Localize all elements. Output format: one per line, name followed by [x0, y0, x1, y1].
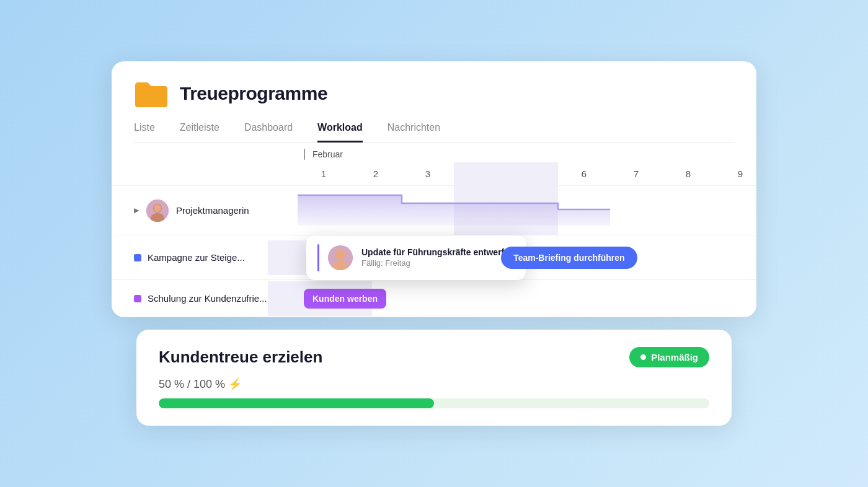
highlight-col [454, 162, 558, 185]
expand-arrow[interactable]: ▶ [134, 206, 139, 214]
day-2: 2 [350, 162, 402, 185]
tab-nachrichten[interactable]: Nachrichten [388, 122, 440, 143]
tab-liste[interactable]: Liste [134, 122, 155, 143]
tooltip-due: Fällig: Freitag [361, 258, 515, 268]
progress-total-value: 100 % [193, 378, 225, 390]
bottom-card-title: Kundentreue erzielen [159, 348, 322, 367]
svg-point-3 [154, 204, 161, 212]
project-header: Treueprogramme [134, 79, 734, 108]
progress-label: 50 % / 100 % ⚡ [159, 377, 709, 391]
status-dot [640, 354, 646, 360]
bottom-card: Kundentreue erzielen Planmäßig 50 % / 10… [136, 330, 732, 426]
progress-bar-fill [159, 398, 434, 408]
status-label: Planmäßig [651, 352, 698, 362]
day-9: 9 [714, 162, 756, 185]
progress-separator: / [187, 378, 193, 390]
project-title: Treueprogramme [180, 83, 327, 104]
task-row-2: Schulung zur Kundenzufrie... Kunden werb… [112, 280, 756, 317]
day-7: 7 [610, 162, 662, 185]
progress-bar-track [159, 398, 709, 408]
person-avatar [146, 200, 169, 222]
status-badge: Planmäßig [629, 347, 709, 367]
workload-chart-svg [298, 186, 756, 226]
month-label: Februar [312, 149, 343, 159]
tooltip-avatar [328, 245, 353, 270]
timeline-header: Februar 1 2 3 4 5 6 7 8 9 [112, 143, 756, 186]
tab-workload[interactable]: Workload [317, 122, 363, 143]
tab-dashboard[interactable]: Dashboard [244, 122, 293, 143]
tab-bar: Liste Zeitleiste Dashboard Workload Nach… [134, 122, 734, 143]
person-label: ▶ Projektmanagerin [112, 186, 298, 235]
folder-icon [134, 79, 169, 108]
day-8: 8 [662, 162, 714, 185]
task-name-2: Schulung zur Kundenzufrie... [148, 293, 267, 304]
task-row-1: Kampagne zur Steige... [112, 235, 756, 280]
tab-zeitleiste[interactable]: Zeitleiste [180, 122, 219, 143]
task-bar-area-1: Update für Führungskräfte entwerfen Fäll… [298, 240, 756, 275]
day-1: 1 [298, 162, 350, 185]
person-name: Projektmanagerin [176, 205, 249, 216]
task-dot-1 [134, 254, 141, 261]
progress-current: 50 % [159, 378, 184, 390]
task-bar-area-2: Kunden werben [298, 281, 756, 316]
workload-grid: Februar 1 2 3 4 5 6 7 8 9 [112, 143, 756, 317]
tooltip-content: Update für Führungskräfte entwerfen Fäll… [361, 247, 515, 268]
task-dot-2 [134, 295, 141, 302]
progress-icon: ⚡ [228, 378, 242, 390]
person-row: ▶ Projektmanagerin [112, 186, 756, 235]
tooltip-action-button[interactable]: Team-Briefing durchführen [501, 247, 637, 269]
day-3: 3 [402, 162, 454, 185]
month-line [304, 149, 305, 160]
task-name-1: Kampagne zur Steige... [148, 252, 245, 263]
tooltip-border [317, 244, 319, 271]
svg-point-5 [335, 250, 345, 260]
task-tooltip-1: Update für Führungskräfte entwerfen Fäll… [306, 235, 526, 280]
day-6: 6 [558, 162, 610, 185]
bottom-card-header: Kundentreue erzielen Planmäßig [159, 347, 709, 367]
person-chart-area [298, 186, 756, 235]
tooltip-title: Update für Führungskräfte entwerfen [361, 247, 515, 257]
task-bar-2[interactable]: Kunden werben [304, 289, 386, 309]
